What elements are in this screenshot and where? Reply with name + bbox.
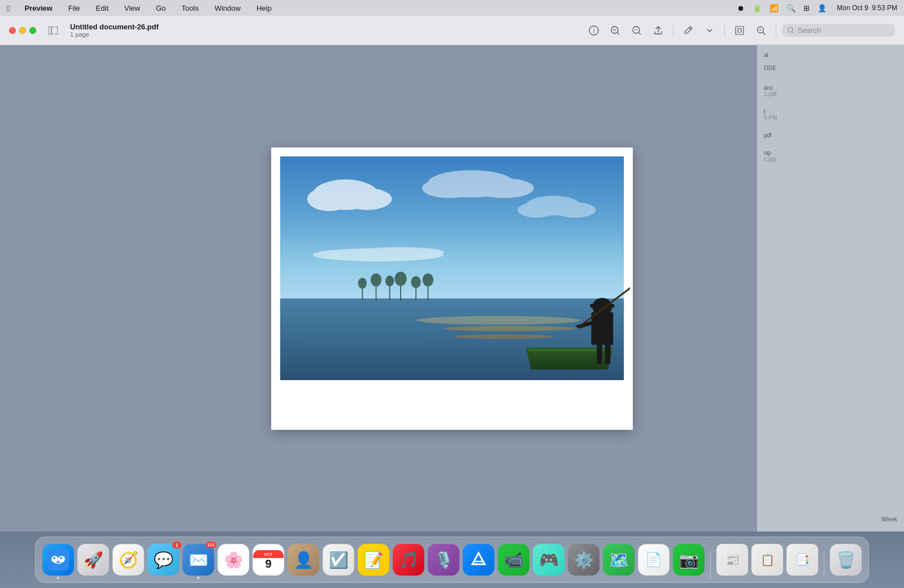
info-button[interactable]: i bbox=[585, 21, 603, 40]
dock-item-facetime[interactable]: 📹 bbox=[498, 544, 529, 579]
dock-item-music[interactable]: 🎵 bbox=[393, 544, 424, 579]
maximize-button[interactable] bbox=[29, 27, 36, 34]
gamecenter-icon[interactable]: 🎮 bbox=[533, 544, 564, 576]
markup-dropdown[interactable] bbox=[701, 21, 719, 40]
panel-ng: ng- bbox=[764, 150, 897, 156]
apple-icon[interactable]:  bbox=[7, 3, 10, 13]
svg-rect-54 bbox=[605, 342, 611, 364]
svg-point-63 bbox=[58, 556, 65, 563]
dock-item-notes[interactable]: 📝 bbox=[358, 544, 389, 579]
right-panel: al ODE anc 1.pdf t 5 PM pdf ng- c.jpg We… bbox=[757, 45, 904, 532]
menu-edit[interactable]: Edit bbox=[93, 3, 112, 14]
svg-point-46 bbox=[385, 275, 394, 286]
calendar-icon[interactable]: OCT 9 bbox=[253, 544, 284, 576]
menu-go[interactable]: Go bbox=[153, 3, 169, 14]
music-icon[interactable]: 🎵 bbox=[393, 544, 424, 576]
user-icon[interactable]: 👤 bbox=[818, 4, 827, 12]
search-box[interactable] bbox=[782, 24, 895, 37]
appstore-icon[interactable] bbox=[463, 544, 494, 576]
fishing-scene-svg bbox=[274, 156, 630, 380]
document-title: Untitled document-26.pdf bbox=[70, 23, 159, 31]
notes-icon[interactable]: 📝 bbox=[358, 544, 389, 576]
zoom-out-button[interactable] bbox=[628, 21, 646, 40]
podcasts-icon[interactable]: 🎙️ bbox=[428, 544, 459, 576]
toolbar: Untitled document-26.pdf 1 page i bbox=[0, 16, 904, 45]
svg-point-42 bbox=[358, 277, 367, 288]
menu-tools[interactable]: Tools bbox=[178, 3, 202, 14]
facetime2-icon[interactable]: 📷 bbox=[673, 544, 705, 576]
svg-point-28 bbox=[554, 202, 596, 217]
svg-point-44 bbox=[371, 273, 381, 286]
dock-item-reminders[interactable]: ☑️ bbox=[323, 544, 354, 579]
svg-point-24 bbox=[422, 178, 477, 198]
datetime: Mon Oct 9 9:53 PM bbox=[837, 4, 897, 12]
reminders-icon[interactable]: ☑️ bbox=[323, 544, 354, 576]
zoom-in-button[interactable] bbox=[606, 21, 624, 40]
launchpad-icon[interactable]: 🚀 bbox=[77, 544, 109, 576]
menu-help[interactable]: Help bbox=[253, 3, 275, 14]
dock-item-gamecenter[interactable]: 🎮 bbox=[533, 544, 564, 579]
doc1-icon[interactable]: 📰 bbox=[716, 544, 748, 576]
dock-item-appstore[interactable] bbox=[463, 544, 494, 579]
dock-item-maps[interactable]: 🗺️ bbox=[603, 544, 634, 579]
safari-icon[interactable]: 🧭 bbox=[112, 544, 144, 576]
document-info: Untitled document-26.pdf 1 page bbox=[70, 23, 159, 38]
panel-week: Week bbox=[881, 516, 897, 522]
dock-item-doc1[interactable]: 📰 bbox=[716, 544, 748, 579]
share-button[interactable] bbox=[649, 21, 667, 40]
dock-item-calendar[interactable]: OCT 9 bbox=[253, 544, 284, 579]
doc3-icon[interactable]: 📑 bbox=[786, 544, 818, 576]
dock-item-finder[interactable] bbox=[42, 544, 74, 579]
minimize-button[interactable] bbox=[19, 27, 26, 34]
svg-rect-61 bbox=[47, 549, 69, 570]
systemprefs-icon[interactable]: ⚙️ bbox=[568, 544, 599, 576]
dock-item-trash[interactable]: 🗑️ bbox=[830, 544, 862, 579]
document-wrapper bbox=[271, 147, 633, 430]
menu-view[interactable]: View bbox=[121, 3, 144, 14]
adjust-size-button[interactable] bbox=[731, 21, 749, 40]
facetime-icon[interactable]: 📹 bbox=[498, 544, 529, 576]
search-input[interactable] bbox=[798, 26, 889, 34]
search-menubar-icon[interactable]: 🔍 bbox=[786, 4, 796, 12]
dock-item-messages[interactable]: 💬 1 bbox=[147, 544, 179, 579]
sidebar-toggle-button[interactable] bbox=[45, 23, 61, 38]
mail-icon[interactable]: ✉️ bbox=[182, 544, 214, 576]
record-icon[interactable]: ⏺ bbox=[737, 4, 745, 12]
svg-point-30 bbox=[357, 247, 444, 256]
find-button[interactable] bbox=[752, 21, 770, 40]
menu-preview[interactable]: Preview bbox=[21, 3, 55, 14]
dock-divider bbox=[710, 552, 711, 579]
dock-item-doc3[interactable]: 📑 bbox=[786, 544, 818, 579]
dock-item-facetime2[interactable]: 📷 bbox=[673, 544, 705, 579]
contacts-icon[interactable]: 👤 bbox=[288, 544, 319, 576]
dock-item-doc2[interactable]: 📋 bbox=[751, 544, 783, 579]
control-center-icon[interactable]: ⊞ bbox=[803, 4, 810, 12]
dock-item-podcasts[interactable]: 🎙️ bbox=[428, 544, 459, 579]
finder-dot bbox=[57, 577, 59, 579]
traffic-lights bbox=[9, 27, 36, 34]
doc2-icon[interactable]: 📋 bbox=[751, 544, 783, 576]
dock-item-contacts[interactable]: 👤 bbox=[288, 544, 319, 579]
dock: 🚀 🧭 💬 1 ✉️ 112 bbox=[35, 537, 869, 583]
svg-rect-53 bbox=[597, 342, 602, 364]
close-button[interactable] bbox=[9, 27, 16, 34]
preview-icon[interactable]: 📄 bbox=[638, 544, 670, 576]
photos-icon[interactable]: 🌸 bbox=[218, 544, 249, 576]
dock-item-safari[interactable]: 🧭 bbox=[112, 544, 144, 579]
dock-item-preview[interactable]: 📄 bbox=[638, 544, 670, 579]
markup-button[interactable] bbox=[679, 21, 697, 40]
dock-item-mail[interactable]: ✉️ 112 bbox=[182, 544, 214, 579]
messages-icon[interactable]: 💬 bbox=[147, 544, 179, 576]
wifi-icon[interactable]: 📶 bbox=[770, 4, 779, 12]
trash-icon[interactable]: 🗑️ bbox=[830, 544, 862, 576]
dock-item-systemprefs[interactable]: ⚙️ bbox=[568, 544, 599, 579]
maps-icon[interactable]: 🗺️ bbox=[603, 544, 634, 576]
menu-window[interactable]: Window bbox=[211, 3, 244, 14]
dock-item-launchpad[interactable]: 🚀 bbox=[77, 544, 109, 579]
mail-dot bbox=[197, 577, 199, 579]
dock-item-photos[interactable]: 🌸 bbox=[218, 544, 249, 579]
finder-icon[interactable] bbox=[42, 544, 74, 576]
menu-file[interactable]: File bbox=[65, 3, 84, 14]
svg-line-14 bbox=[763, 32, 765, 34]
document-subtitle: 1 page bbox=[70, 31, 159, 38]
